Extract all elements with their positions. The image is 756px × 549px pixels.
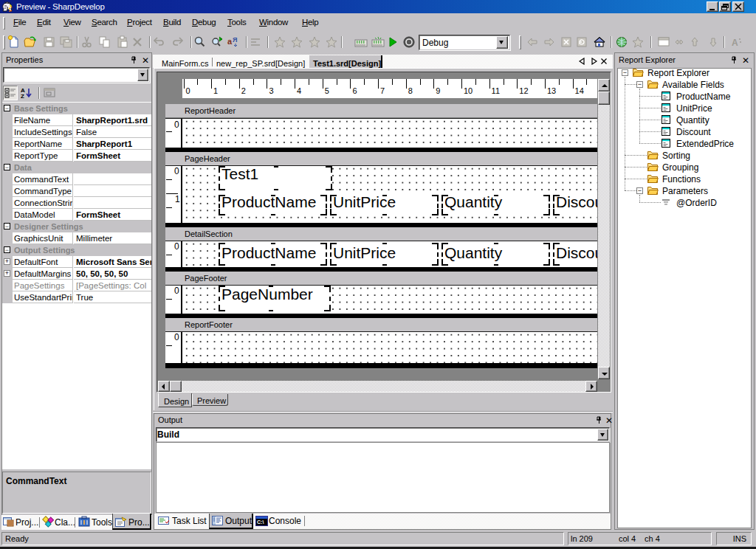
svg-text:A: A [732, 38, 738, 48]
svg-text:Я: Я [233, 36, 237, 44]
svg-text:a: a [227, 37, 233, 46]
svg-text:Z: Z [21, 93, 24, 100]
